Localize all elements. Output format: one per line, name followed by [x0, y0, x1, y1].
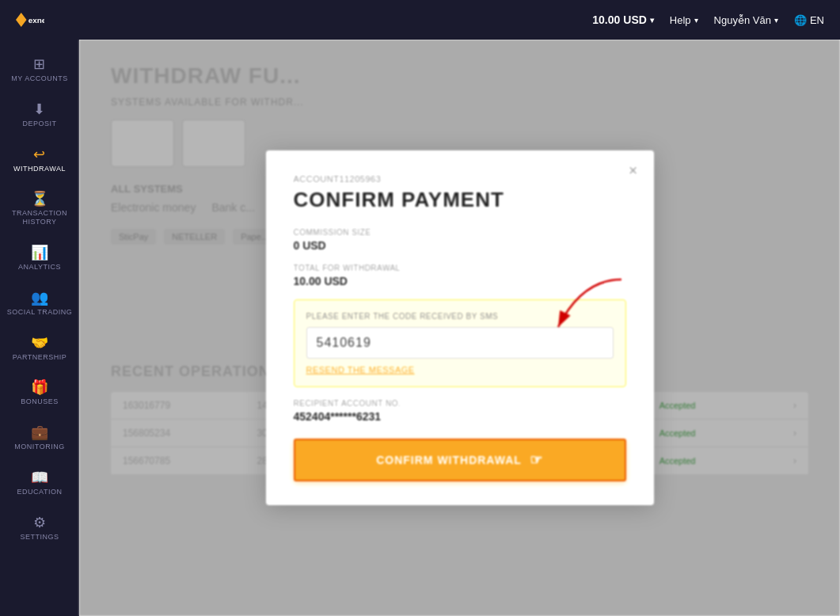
total-value: 10.00 USD: [294, 275, 626, 287]
sidebar-label-monitoring: MONITORING: [14, 443, 64, 451]
user-menu-button[interactable]: Nguyễn Văn ▾: [714, 14, 778, 26]
svg-text:exness: exness: [29, 16, 44, 25]
sidebar-label-transaction-history: TRANSACTION HISTORY: [4, 209, 75, 226]
confirm-withdrawal-button[interactable]: CONFIRM WITHDRAWAL ☞: [294, 439, 626, 481]
user-label: Nguyễn Văn: [714, 14, 771, 26]
sidebar: ⊞ MY ACCOUNTS ⬇ DEPOSIT ↩ WITHDRAWAL ⏳ T…: [0, 40, 79, 616]
sidebar-label-deposit: DEPOSIT: [22, 120, 56, 128]
sidebar-item-analytics[interactable]: 📊 ANALYTICS: [0, 236, 79, 281]
sidebar-label-withdrawal: WITHDRAWAL: [13, 165, 66, 173]
main-layout: ⊞ MY ACCOUNTS ⬇ DEPOSIT ↩ WITHDRAWAL ⏳ T…: [0, 40, 840, 616]
my-accounts-icon: ⊞: [33, 57, 46, 71]
exness-logo-icon: exness: [16, 9, 44, 31]
sidebar-item-my-accounts[interactable]: ⊞ MY ACCOUNTS: [0, 48, 79, 93]
sidebar-item-social-trading[interactable]: 👥 SOCIAL TRADING: [0, 281, 79, 326]
header-right: 10.00 USD ▾ Help ▾ Nguyễn Văn ▾ 🌐 EN: [592, 13, 824, 26]
balance-display[interactable]: 10.00 USD ▾: [592, 13, 654, 26]
total-label: TOTAL FOR WITHDRAWAL: [294, 264, 626, 272]
content-area: WITHDRAW FU... SYSTEMS AVAILABLE FOR WIT…: [79, 40, 840, 616]
top-header: exness 10.00 USD ▾ Help ▾ Nguyễn Văn ▾ 🌐…: [0, 0, 840, 40]
help-label: Help: [670, 14, 691, 26]
sidebar-item-transaction-history[interactable]: ⏳ TRANSACTION HISTORY: [0, 182, 79, 236]
education-icon: 📖: [31, 470, 49, 485]
sidebar-label-partnership: PARTNERSHIP: [13, 353, 67, 362]
svg-marker-0: [16, 13, 27, 27]
commission-label: COMMISSION SIZE: [294, 228, 626, 237]
sms-label: PLEASE ENTER THE CODE RECEIVED BY SMS: [306, 312, 614, 321]
sidebar-item-monitoring[interactable]: 💼 MONITORING: [0, 416, 79, 461]
sms-input-wrapper: [306, 327, 614, 359]
deposit-icon: ⬇: [33, 102, 46, 116]
social-trading-icon: 👥: [31, 291, 49, 305]
sidebar-item-bonuses[interactable]: 🎁 BONUSES: [0, 371, 79, 416]
modal-account-label: ACCOUNT11205963: [294, 174, 626, 184]
confirm-btn-label: CONFIRM WITHDRAWAL: [376, 454, 522, 466]
user-chevron-icon: ▾: [774, 16, 778, 25]
partnership-icon: 🤝: [31, 336, 49, 350]
help-chevron-icon: ▾: [694, 16, 698, 25]
sidebar-item-partnership[interactable]: 🤝 PARTNERSHIP: [0, 326, 79, 371]
modal-overlay: × ACCOUNT11205963 CONFIRM PAYMENT COMMIS…: [79, 40, 840, 616]
lang-label: EN: [810, 14, 824, 26]
resend-link[interactable]: RESEND THE MESSAGE: [306, 365, 614, 375]
sidebar-label-bonuses: BONUSES: [21, 397, 59, 406]
language-button[interactable]: 🌐 EN: [794, 14, 824, 26]
close-button[interactable]: ×: [629, 162, 638, 178]
balance-chevron-icon: ▾: [650, 16, 654, 25]
sidebar-item-withdrawal[interactable]: ↩ WITHDRAWAL: [0, 138, 79, 183]
balance-currency: USD: [623, 13, 647, 26]
sms-section: PLEASE ENTER THE CODE RECEIVED BY SMS: [294, 299, 626, 387]
help-button[interactable]: Help ▾: [670, 14, 698, 26]
recipient-section: RECIPIENT ACCOUNT NO. 452404******6231: [294, 399, 626, 423]
monitoring-icon: 💼: [31, 425, 49, 439]
transaction-history-icon: ⏳: [31, 192, 49, 206]
sidebar-item-deposit[interactable]: ⬇ DEPOSIT: [0, 93, 79, 138]
cursor-icon: ☞: [530, 451, 543, 469]
sidebar-label-settings: SETTINGS: [20, 533, 59, 542]
sidebar-label-analytics: ANALYTICS: [18, 263, 61, 272]
sidebar-item-settings[interactable]: ⚙ SETTINGS: [0, 506, 79, 551]
analytics-icon: 📊: [31, 245, 49, 260]
logo: exness: [16, 9, 44, 31]
modal-title: CONFIRM PAYMENT: [294, 188, 626, 212]
sidebar-label-my-accounts: MY ACCOUNTS: [11, 74, 67, 83]
sidebar-label-social-trading: SOCIAL TRADING: [7, 308, 73, 317]
withdrawal-icon: ↩: [33, 147, 46, 162]
settings-icon: ⚙: [33, 515, 47, 530]
recipient-label: RECIPIENT ACCOUNT NO.: [294, 399, 626, 408]
sidebar-item-education[interactable]: 📖 EDUCATION: [0, 461, 79, 506]
globe-icon: 🌐: [794, 14, 807, 26]
sms-code-input[interactable]: [306, 327, 614, 359]
confirm-payment-modal: × ACCOUNT11205963 CONFIRM PAYMENT COMMIS…: [266, 150, 654, 505]
commission-value: 0 USD: [294, 239, 626, 252]
bonuses-icon: 🎁: [31, 380, 49, 394]
recipient-value: 452404******6231: [294, 410, 626, 423]
balance-amount: 10.00: [592, 13, 620, 26]
sidebar-label-education: EDUCATION: [17, 488, 63, 496]
